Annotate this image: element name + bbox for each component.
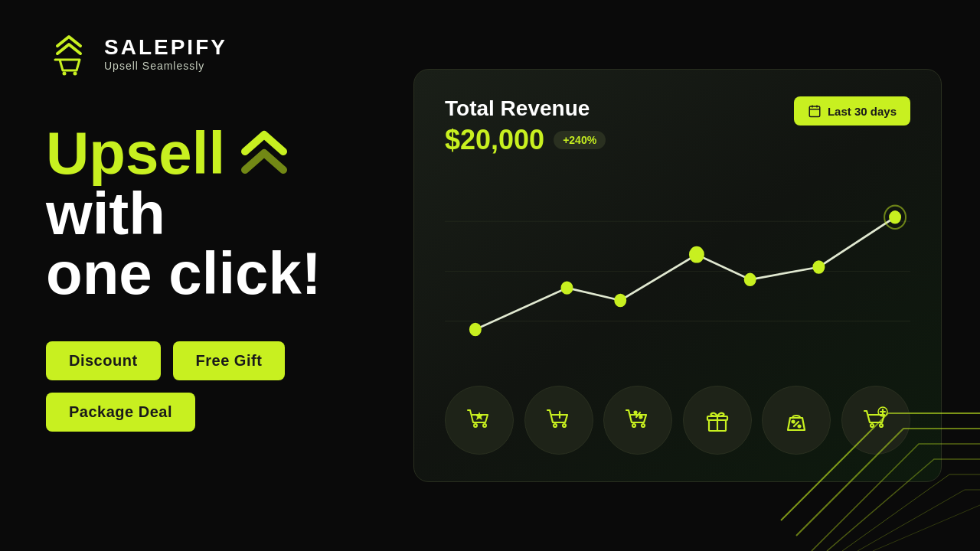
dashboard-card: Total Revenue $20,000 +240% Last 30 days — [413, 69, 942, 482]
cart-add-icon — [860, 404, 892, 436]
cart-percent-icon-circle[interactable] — [603, 386, 672, 455]
logo-subtitle: Upsell Seamlessly — [104, 60, 227, 72]
revenue-label: Total Revenue — [445, 96, 606, 121]
svg-point-13 — [745, 274, 756, 285]
buttons-row-1: Discount Free Gift — [46, 341, 322, 380]
cart-star-icon — [463, 404, 495, 436]
hero-line1: Upsell — [46, 123, 225, 183]
svg-point-35 — [871, 424, 874, 427]
dashboard-header: Total Revenue $20,000 +240% Last 30 days — [445, 96, 910, 156]
hero-line2: with — [46, 180, 165, 247]
gift-icon-circle[interactable] — [683, 386, 752, 455]
svg-point-11 — [615, 295, 626, 306]
svg-point-26 — [635, 412, 637, 414]
gift-icon — [701, 404, 733, 436]
revenue-value: $20,000 — [445, 124, 544, 156]
svg-point-33 — [799, 425, 801, 428]
revenue-value-row: $20,000 +240% — [445, 124, 606, 156]
svg-point-10 — [561, 282, 572, 294]
free-gift-button[interactable]: Free Gift — [173, 341, 286, 380]
svg-point-9 — [470, 324, 481, 335]
svg-point-14 — [813, 261, 824, 272]
svg-point-32 — [792, 421, 795, 423]
cart-plus-icon — [543, 404, 575, 436]
logo-area: SALEPIFY Upsell Seamlessly — [46, 31, 322, 77]
svg-point-1 — [74, 72, 77, 76]
left-panel: SALEPIFY Upsell Seamlessly Upsell with o… — [0, 0, 368, 551]
logo-icon — [46, 31, 92, 77]
buttons-area: Discount Free Gift Package Deal — [46, 341, 322, 432]
svg-rect-2 — [809, 106, 820, 117]
revenue-chart — [445, 171, 910, 363]
chart-area — [445, 171, 910, 363]
revenue-badge: +240% — [554, 131, 606, 149]
cart-plus-icon-circle[interactable] — [524, 386, 593, 455]
cart-percent-icon — [622, 404, 654, 436]
svg-point-27 — [640, 416, 642, 419]
hero-chevrons-icon — [237, 122, 291, 184]
hero-text: Upsell with one click! — [46, 122, 322, 303]
svg-point-25 — [642, 424, 645, 427]
buttons-row-2: Package Deal — [46, 393, 322, 432]
logo-text-group: SALEPIFY Upsell Seamlessly — [104, 35, 227, 72]
hero-line3: one click! — [46, 240, 322, 307]
calendar-icon — [808, 104, 822, 118]
svg-point-20 — [554, 424, 557, 427]
svg-point-21 — [563, 424, 566, 427]
svg-point-18 — [483, 424, 486, 427]
svg-point-0 — [63, 72, 67, 76]
bag-percent-icon-circle[interactable] — [762, 386, 831, 455]
svg-point-17 — [474, 424, 477, 427]
revenue-section: Total Revenue $20,000 +240% — [445, 96, 606, 156]
date-range-button[interactable]: Last 30 days — [794, 96, 910, 126]
cart-star-icon-circle[interactable] — [445, 386, 514, 455]
svg-point-12 — [690, 247, 704, 262]
package-deal-button[interactable]: Package Deal — [46, 393, 195, 432]
logo-title: SALEPIFY — [104, 35, 227, 60]
date-range-label: Last 30 days — [828, 105, 897, 118]
svg-marker-19 — [475, 412, 484, 420]
svg-point-24 — [632, 424, 635, 427]
icon-row — [445, 386, 910, 455]
cart-add-icon-circle[interactable] — [841, 386, 910, 455]
discount-button[interactable]: Discount — [46, 341, 161, 380]
svg-point-16 — [889, 210, 901, 223]
bag-percent-icon — [780, 404, 812, 436]
svg-point-36 — [880, 424, 883, 427]
